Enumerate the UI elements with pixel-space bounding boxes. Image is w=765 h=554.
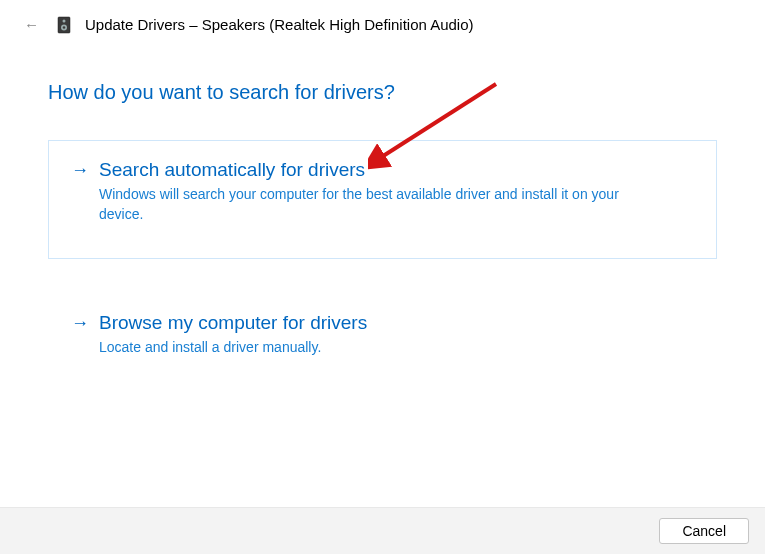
option-browse-computer[interactable]: → Browse my computer for drivers Locate … — [48, 293, 717, 369]
svg-point-3 — [63, 26, 65, 28]
window-title: Update Drivers – Speakers (Realtek High … — [85, 16, 474, 33]
option-title: Search automatically for drivers — [99, 159, 365, 181]
back-button[interactable]: ← — [20, 14, 43, 35]
arrow-right-icon: → — [71, 313, 89, 334]
arrow-right-icon: → — [71, 160, 89, 181]
content-area: How do you want to search for drivers? →… — [0, 35, 765, 369]
titlebar: ← Update Drivers – Speakers (Realtek Hig… — [0, 0, 765, 35]
cancel-button[interactable]: Cancel — [659, 518, 749, 544]
device-icon — [57, 16, 71, 34]
option-description: Windows will search your computer for th… — [99, 185, 639, 224]
dialog-footer: Cancel — [0, 507, 765, 554]
option-search-automatically[interactable]: → Search automatically for drivers Windo… — [48, 140, 717, 259]
svg-point-1 — [63, 19, 66, 22]
page-heading: How do you want to search for drivers? — [48, 81, 717, 104]
option-title: Browse my computer for drivers — [99, 312, 367, 334]
option-description: Locate and install a driver manually. — [99, 338, 639, 358]
